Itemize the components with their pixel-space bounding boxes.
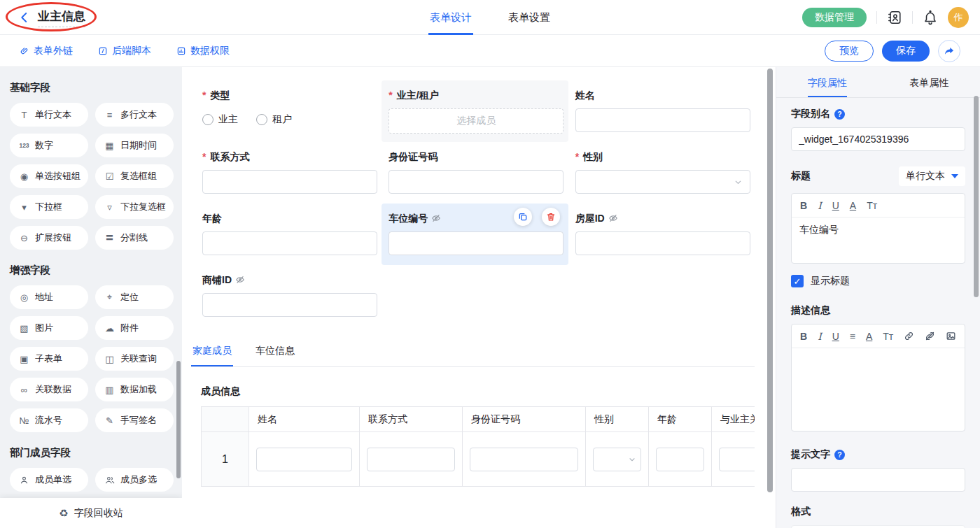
palette-item-extend-button[interactable]: ⊖扩展按钮 [10, 226, 88, 250]
gender-select[interactable] [575, 170, 750, 194]
notification-bell-icon[interactable] [923, 10, 938, 25]
member-picker-button[interactable]: 选择成员 [388, 108, 564, 134]
palette-item-divider[interactable]: 〓分割线 [95, 226, 174, 250]
col-relation: 与业主关 [712, 407, 755, 432]
field-card-contact[interactable]: *联系方式 [195, 142, 382, 204]
palette-item-attachment[interactable]: ☁附件 [95, 316, 174, 340]
hint-input[interactable] [791, 468, 965, 492]
panel-scrollbar[interactable] [974, 96, 979, 297]
palette-item-data-load[interactable]: ▥数据加载 [95, 378, 174, 401]
palette-item-single-line-text[interactable]: T单行文本 [10, 103, 88, 127]
name-input[interactable] [575, 108, 750, 132]
link-icon[interactable] [904, 331, 914, 341]
underline-button[interactable]: U [832, 200, 839, 211]
copy-field-button[interactable] [514, 208, 532, 226]
radio-option-owner[interactable]: 业主 [202, 113, 238, 126]
palette-item-serial-number[interactable]: №流水号 [10, 408, 88, 432]
field-card-shop-id[interactable]: 商铺ID [195, 265, 384, 327]
field-card-age[interactable]: 年龄 [195, 204, 382, 265]
field-card-house-id[interactable]: 房屋ID [568, 204, 755, 265]
palette-item-number[interactable]: 123数字 [10, 134, 88, 157]
field-card-id-number[interactable]: 身份证号码 [382, 142, 568, 204]
show-title-checkbox[interactable]: ✓ [791, 275, 804, 287]
italic-button[interactable]: I [818, 200, 822, 211]
tab-form-settings[interactable]: 表单设置 [508, 0, 550, 35]
row-gender-select[interactable] [593, 448, 641, 471]
field-card-gender[interactable]: *性别 [568, 142, 755, 204]
italic-button[interactable]: I [818, 331, 822, 342]
palette-item-member-multi[interactable]: 成员多选 [95, 468, 174, 492]
avatar[interactable]: 作 [948, 7, 969, 28]
palette-item-dropdown[interactable]: ▾下拉框 [10, 195, 88, 219]
preview-button[interactable]: 预览 [825, 41, 874, 62]
palette-item-radio-group[interactable]: ◉单选按钮组 [10, 164, 88, 188]
canvas-scrollbar[interactable] [767, 69, 773, 492]
underline-button[interactable]: U [832, 331, 839, 342]
tab-form-design[interactable]: 表单设计 [430, 0, 472, 35]
row-id-number-input[interactable] [470, 448, 578, 471]
font-size-button[interactable]: Tᴛ [867, 200, 877, 211]
field-recycle-bin-button[interactable]: ♻ 字段回收站 [0, 498, 182, 528]
share-button[interactable] [938, 40, 960, 62]
palette-item-signature[interactable]: ✎手写签名 [95, 408, 174, 432]
field-card-owner[interactable]: *业主/租户 选择成员 [382, 80, 568, 142]
row-age-input[interactable] [656, 448, 704, 471]
font-color-button[interactable]: A [866, 331, 872, 342]
data-manage-button[interactable]: 数据管理 [802, 8, 867, 27]
external-link-button[interactable]: 表单外链 [20, 45, 73, 57]
tab-form-properties[interactable]: 表单属性 [878, 67, 980, 97]
font-size-button[interactable]: Tᴛ [883, 331, 893, 342]
unlink-icon[interactable] [925, 331, 935, 341]
bold-button[interactable]: B [800, 331, 807, 342]
palette-item-member-single[interactable]: 成员单选 [10, 468, 88, 492]
parking-no-input[interactable] [388, 231, 564, 255]
title-editor-content[interactable]: 车位编号 [792, 217, 965, 263]
back-button[interactable] [18, 11, 31, 24]
bold-button[interactable]: B [800, 200, 807, 211]
age-input[interactable] [202, 231, 377, 255]
help-icon[interactable]: ? [834, 450, 845, 460]
palette-item-relation-data[interactable]: ∞关联数据 [10, 378, 88, 401]
palette-item-datetime[interactable]: ▦日期时间 [95, 134, 174, 157]
shop-id-input[interactable] [202, 293, 377, 317]
backend-script-button[interactable]: 后端脚本 [98, 45, 151, 57]
field-card-type[interactable]: *类型 业主 租户 [195, 80, 382, 142]
tab-family-members[interactable]: 家庭成员 [191, 345, 233, 366]
script-icon [98, 46, 108, 56]
description-editor-content[interactable] [792, 348, 965, 431]
delete-field-button[interactable] [542, 208, 560, 226]
help-icon[interactable]: ? [834, 109, 845, 120]
field-type-select[interactable]: 单行文本 [899, 166, 965, 186]
tab-field-properties[interactable]: 字段属性 [776, 67, 878, 97]
palette-item-subform[interactable]: ▣子表单 [10, 347, 88, 371]
radio-option-tenant[interactable]: 租户 [256, 113, 292, 126]
contact-input[interactable] [202, 170, 377, 194]
field-card-name[interactable]: 姓名 [568, 80, 755, 142]
eye-off-icon [608, 213, 618, 223]
palette-item-relation-query[interactable]: ◫关联查询 [95, 347, 174, 371]
row-name-input[interactable] [256, 448, 352, 471]
align-button[interactable]: ≡ [850, 331, 855, 342]
format-select[interactable]: 无 [791, 525, 965, 528]
field-alias-input[interactable] [791, 127, 965, 151]
row-contact-input[interactable] [367, 448, 455, 471]
palette-item-multi-dropdown[interactable]: ▿下拉复选框 [95, 195, 174, 219]
contact-book-icon[interactable] [887, 10, 902, 25]
sidebar-scrollbar[interactable] [176, 361, 181, 478]
caret-down-icon [951, 174, 958, 178]
palette-item-address[interactable]: ◎地址 [10, 285, 88, 309]
row-relation-input[interactable] [719, 448, 755, 471]
id-number-input[interactable] [388, 170, 564, 194]
field-card-parking-no-selected[interactable]: 车位编号 [382, 204, 568, 265]
palette-item-image[interactable]: ▧图片 [10, 316, 88, 340]
image-icon[interactable] [946, 331, 956, 341]
palette-item-multi-line-text[interactable]: ≡多行文本 [95, 103, 174, 127]
font-color-button[interactable]: A [850, 200, 856, 211]
palette-item-location[interactable]: ⌖定位 [95, 285, 174, 309]
tab-parking-info[interactable]: 车位信息 [254, 345, 296, 366]
house-id-input[interactable] [575, 231, 750, 255]
save-button[interactable]: 保存 [882, 41, 930, 62]
data-permission-button[interactable]: 数据权限 [176, 45, 230, 57]
properties-panel: 字段属性 表单属性 字段别名 ? 标题 单行文本 B I U A Tᴛ 车位编号 [776, 67, 980, 528]
palette-item-checkbox-group[interactable]: ☑复选框组 [95, 164, 174, 188]
